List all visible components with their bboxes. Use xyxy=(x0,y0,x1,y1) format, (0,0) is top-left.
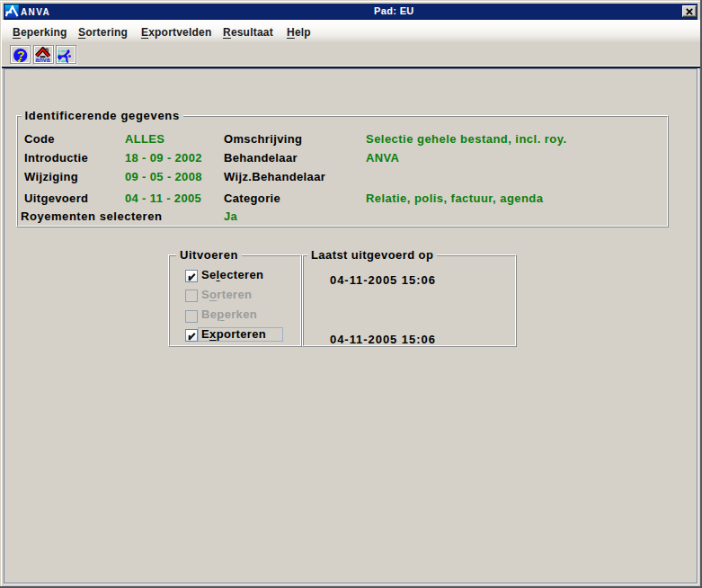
svg-text:?: ? xyxy=(17,49,24,62)
svg-text:anva: anva xyxy=(35,57,49,63)
